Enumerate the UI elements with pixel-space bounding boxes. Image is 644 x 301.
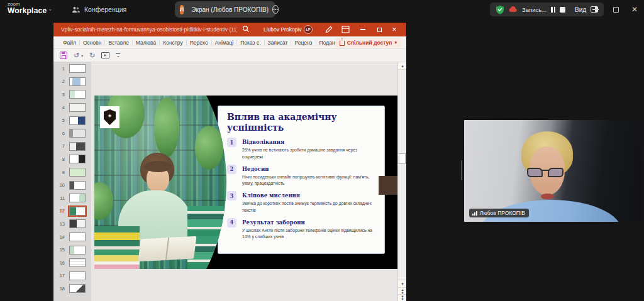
toolbar-overflow-button[interactable]: ⌄ <box>116 53 120 58</box>
account-name[interactable]: Liubov Prokopiv <box>264 23 301 36</box>
slide-thumbnail-12-selected[interactable]: 12 <box>53 205 91 218</box>
ribbon-tab-record[interactable]: Записат <box>265 40 292 46</box>
window-close-button[interactable]: ✕ <box>625 0 644 19</box>
share-caret-icon: ▾ <box>394 40 397 45</box>
plant-decor <box>154 97 179 157</box>
scroll-up-button[interactable]: ▲ <box>398 62 406 70</box>
slide-thumbnail-5[interactable]: 5 <box>53 114 91 127</box>
point-body: Звичка до коротких постів знижує терпимі… <box>242 200 379 214</box>
redo-button[interactable]: ↻ <box>89 52 95 59</box>
slide-thumbnail-2[interactable]: 2 <box>53 75 91 89</box>
zoom-top-bar: zoom Workplace ⌄ Конференция Л Экран (Лю… <box>0 0 644 19</box>
slide-thumbnail-1[interactable]: 1 <box>53 62 91 75</box>
panel-resize-handle[interactable] <box>461 160 462 180</box>
slide-thumbnail-15[interactable]: 15 <box>53 243 91 256</box>
window-minimize-button[interactable] <box>586 0 605 19</box>
slide-edge-shape <box>379 176 397 195</box>
slide-thumbnail-10[interactable]: 10 <box>53 178 91 192</box>
slide-thumbnail-7[interactable]: 7 <box>53 140 91 153</box>
slide-point-2: 2 Недосип Нічні посиденьки онлайн погірш… <box>227 165 377 187</box>
start-slideshow-button[interactable] <box>101 52 109 58</box>
scroll-down-button[interactable]: ▼ <box>398 280 406 287</box>
stop-recording-button[interactable] <box>560 7 565 13</box>
tab-conference-label: Конференция <box>84 6 126 13</box>
slide-content-panel: Вплив на академічну успішність 1 Відволі… <box>218 106 385 254</box>
slide-thumbnail-13[interactable]: 13 <box>53 217 91 231</box>
plant-decor <box>94 182 113 220</box>
recording-cloud-icon <box>509 6 518 13</box>
ribbon-tab-review[interactable]: Реценз <box>291 40 316 46</box>
point-number-badge: 1 <box>227 138 236 147</box>
slide-thumbnail-16[interactable]: 16 <box>53 256 91 270</box>
undo-button[interactable]: ↺ <box>74 52 79 59</box>
slide-canvas[interactable]: Вплив на академічну успішність 1 Відволі… <box>94 96 397 269</box>
pause-recording-button[interactable] <box>551 7 555 13</box>
draw-pen-icon[interactable] <box>325 26 333 33</box>
ppt-close-button[interactable]: ✕ <box>387 23 402 36</box>
plant-decor <box>195 126 223 170</box>
ribbon-tab-bar: Файл Основн Вставле Малюва Констру Перех… <box>53 36 406 49</box>
point-heading: Недосип <box>242 166 379 172</box>
participant-name-label: Любов ПРОКОПІВ <box>480 210 525 216</box>
webcam-video-tile[interactable]: Любов ПРОКОПІВ <box>464 120 641 222</box>
slide-thumbnail-8[interactable]: 8 <box>53 153 91 166</box>
share-button-label: Спільний доступ <box>347 40 392 46</box>
photo-person-fringe <box>144 161 172 172</box>
chevron-down-icon[interactable]: ⌄ <box>48 6 53 12</box>
slide-point-3: 3 Кліпове мислення Звичка до коротких по… <box>227 191 377 214</box>
shared-app-icon: Л <box>180 5 184 14</box>
save-button[interactable] <box>60 52 67 59</box>
slide-thumbnail-18[interactable]: 18 <box>53 282 91 295</box>
slide-thumbnail-9[interactable]: 9 <box>53 166 91 179</box>
tab-screen-share[interactable]: Л Экран (Любов ПРОКОПІВ) ••• <box>175 1 275 18</box>
share-button[interactable]: Спільний доступ ▾ <box>335 38 401 48</box>
document-filename: Vpliv-socialnih-merezh-na-formuvannya-os… <box>61 23 237 36</box>
photo-open-book <box>138 236 196 262</box>
share-icon <box>340 41 345 46</box>
participant-mouth <box>541 194 554 199</box>
signal-bars-icon <box>472 211 477 216</box>
ribbon-tab-draw[interactable]: Малюва <box>133 40 160 46</box>
tab-conference[interactable]: Конференция <box>68 3 130 16</box>
slide-point-1: 1 Відволікання 26% учнів не встигають зр… <box>227 138 377 160</box>
slide-thumbnail-17[interactable]: 17 <box>53 270 91 283</box>
photo-book-stack-left <box>94 226 140 269</box>
slide-thumbnail-4[interactable]: 4 <box>53 101 91 114</box>
slide-thumbnail-panel: 1 2 3 4 5 6 7 8 9 10 11 12 13 14 15 16 1… <box>53 62 91 301</box>
ribbon-tab-slideshow[interactable]: Показ с. <box>237 40 264 46</box>
ribbon-tab-transitions[interactable]: Перехо <box>187 40 212 46</box>
tab-more-options-icon[interactable]: ••• <box>272 5 279 14</box>
slide-area-scrollbar[interactable]: ▲ ▼ ▲▲ ▼▼ <box>397 62 406 301</box>
point-number-badge: 3 <box>227 191 236 200</box>
ribbon-tab-file[interactable]: Файл <box>60 40 80 46</box>
participant-glasses <box>527 168 569 178</box>
undo-caret-icon[interactable]: ▾ <box>81 53 83 58</box>
ribbon-tab-design[interactable]: Констру <box>160 40 186 46</box>
slide-point-4: 4 Результат заборони У школах Англії піс… <box>227 218 377 241</box>
security-shield-icon[interactable] <box>496 5 504 14</box>
search-icon[interactable] <box>242 25 250 33</box>
slide-thumbnail-6[interactable]: 6 <box>53 127 91 140</box>
scrollbar-thumb[interactable] <box>399 153 406 164</box>
next-slide-button[interactable]: ▼▼ <box>398 294 406 301</box>
window-maximize-button[interactable] <box>606 0 625 19</box>
point-number-badge: 4 <box>227 218 236 227</box>
point-body: 26% учнів не встигають зробити домашнє з… <box>242 147 379 160</box>
ribbon-tab-home[interactable]: Основн <box>80 40 106 46</box>
slide-thumbnail-14[interactable]: 14 <box>53 231 91 244</box>
slide-thumbnail-11[interactable]: 11 <box>53 192 91 205</box>
logo-workplace-text: Workplace <box>8 7 47 14</box>
previous-slide-button[interactable]: ▲▲ <box>398 287 406 294</box>
tab-screen-share-label: Экран (Любов ПРОКОПІВ) <box>191 6 269 13</box>
account-avatar[interactable]: LP <box>304 25 313 34</box>
ribbon-tab-animations[interactable]: Анімаці <box>212 40 238 46</box>
ppt-maximize-button[interactable] <box>372 23 387 36</box>
ribbon-tab-insert[interactable]: Вставле <box>105 40 132 46</box>
view-button-label: Вид <box>575 6 586 13</box>
point-number-badge: 2 <box>227 165 236 174</box>
ribbon-display-options-icon[interactable] <box>341 26 350 33</box>
slide-points: 1 Відволікання 26% учнів не встигають зр… <box>227 138 377 241</box>
zoom-workplace-logo: zoom Workplace <box>8 2 47 14</box>
ppt-minimize-button[interactable] <box>355 23 370 36</box>
slide-thumbnail-3[interactable]: 3 <box>53 88 91 101</box>
